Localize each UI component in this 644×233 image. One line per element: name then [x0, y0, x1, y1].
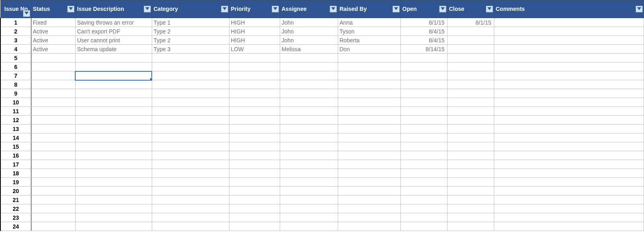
- cell-open[interactable]: [400, 213, 447, 222]
- cell-close[interactable]: [447, 196, 494, 204]
- cell-close[interactable]: [447, 71, 494, 80]
- cell-comments[interactable]: [494, 133, 644, 142]
- cell-issue_no[interactable]: 20: [0, 187, 31, 196]
- cell-comments[interactable]: [494, 80, 644, 89]
- cell-open[interactable]: [400, 54, 447, 62]
- cell-comments[interactable]: [494, 89, 644, 98]
- cell-category[interactable]: [152, 80, 229, 89]
- cell-raised[interactable]: [338, 142, 400, 151]
- cell-status[interactable]: Active: [31, 45, 75, 54]
- cell-category[interactable]: [152, 107, 229, 116]
- cell-assignee[interactable]: [280, 98, 338, 107]
- cell-open[interactable]: [400, 62, 447, 71]
- cell-close[interactable]: [447, 80, 494, 89]
- cell-close[interactable]: [447, 151, 494, 160]
- cell-open[interactable]: 8/14/15: [400, 45, 447, 54]
- cell-status[interactable]: Active: [31, 36, 75, 45]
- cell-assignee[interactable]: [280, 204, 338, 213]
- cell-raised[interactable]: [338, 222, 400, 231]
- cell-comments[interactable]: [494, 196, 644, 204]
- cell-category[interactable]: [152, 89, 229, 98]
- cell-status[interactable]: [31, 89, 75, 98]
- cell-priority[interactable]: [229, 54, 280, 62]
- cell-issue_no[interactable]: 1: [0, 18, 31, 27]
- cell-priority[interactable]: [229, 160, 280, 169]
- cell-comments[interactable]: [494, 45, 644, 54]
- cell-assignee[interactable]: [280, 222, 338, 231]
- cell-priority[interactable]: [229, 116, 280, 125]
- cell-priority[interactable]: [229, 133, 280, 142]
- cell-desc[interactable]: [75, 54, 152, 62]
- cell-category[interactable]: Type 1: [152, 18, 229, 27]
- cell-close[interactable]: [447, 133, 494, 142]
- cell-category[interactable]: Type 3: [152, 45, 229, 54]
- cell-assignee[interactable]: John: [280, 18, 338, 27]
- cell-desc[interactable]: Schema update: [75, 45, 152, 54]
- cell-open[interactable]: [400, 160, 447, 169]
- filter-dropdown-icon[interactable]: [144, 6, 151, 12]
- cell-desc[interactable]: [75, 222, 152, 231]
- cell-comments[interactable]: [494, 71, 644, 80]
- cell-raised[interactable]: [338, 54, 400, 62]
- cell-status[interactable]: [31, 80, 75, 89]
- cell-comments[interactable]: [494, 142, 644, 151]
- cell-open[interactable]: [400, 80, 447, 89]
- cell-issue_no[interactable]: 16: [0, 151, 31, 160]
- cell-raised[interactable]: [338, 213, 400, 222]
- cell-close[interactable]: [447, 160, 494, 169]
- cell-status[interactable]: [31, 133, 75, 142]
- cell-close[interactable]: [447, 213, 494, 222]
- cell-raised[interactable]: [338, 187, 400, 196]
- cell-status[interactable]: [31, 54, 75, 62]
- cell-issue_no[interactable]: 18: [0, 169, 31, 178]
- cell-close[interactable]: [447, 125, 494, 133]
- cell-desc[interactable]: [75, 71, 152, 80]
- cell-comments[interactable]: [494, 116, 644, 125]
- cell-status[interactable]: [31, 116, 75, 125]
- cell-comments[interactable]: [494, 213, 644, 222]
- cell-status[interactable]: [31, 62, 75, 71]
- cell-close[interactable]: [447, 142, 494, 151]
- cell-comments[interactable]: [494, 107, 644, 116]
- cell-issue_no[interactable]: 17: [0, 160, 31, 169]
- filter-dropdown-icon[interactable]: [439, 6, 446, 12]
- cell-comments[interactable]: [494, 222, 644, 231]
- cell-raised[interactable]: [338, 133, 400, 142]
- cell-desc[interactable]: [75, 125, 152, 133]
- filter-dropdown-icon[interactable]: [23, 10, 30, 17]
- cell-assignee[interactable]: [280, 116, 338, 125]
- cell-close[interactable]: [447, 98, 494, 107]
- cell-open[interactable]: [400, 125, 447, 133]
- cell-assignee[interactable]: [280, 196, 338, 204]
- cell-comments[interactable]: [494, 18, 644, 27]
- cell-issue_no[interactable]: 14: [0, 133, 31, 142]
- cell-open[interactable]: [400, 89, 447, 98]
- cell-issue_no[interactable]: 7: [0, 71, 31, 80]
- cell-raised[interactable]: [338, 62, 400, 71]
- cell-close[interactable]: [447, 62, 494, 71]
- cell-status[interactable]: [31, 213, 75, 222]
- cell-raised[interactable]: Tyson: [338, 27, 400, 36]
- cell-comments[interactable]: [494, 62, 644, 71]
- cell-priority[interactable]: [229, 125, 280, 133]
- cell-raised[interactable]: [338, 80, 400, 89]
- filter-dropdown-icon[interactable]: [330, 6, 337, 12]
- cell-assignee[interactable]: [280, 80, 338, 89]
- cell-open[interactable]: [400, 133, 447, 142]
- cell-assignee[interactable]: [280, 54, 338, 62]
- filter-dropdown-icon[interactable]: [392, 6, 400, 12]
- cell-desc[interactable]: [75, 187, 152, 196]
- cell-category[interactable]: Type 2: [152, 36, 229, 45]
- cell-desc[interactable]: [75, 89, 152, 98]
- cell-assignee[interactable]: [280, 187, 338, 196]
- cell-assignee[interactable]: [280, 213, 338, 222]
- cell-assignee[interactable]: [280, 142, 338, 151]
- cell-raised[interactable]: [338, 160, 400, 169]
- cell-assignee[interactable]: [280, 160, 338, 169]
- cell-status[interactable]: [31, 151, 75, 160]
- cell-open[interactable]: [400, 98, 447, 107]
- cell-priority[interactable]: HIGH: [229, 27, 280, 36]
- cell-category[interactable]: [152, 142, 229, 151]
- cell-close[interactable]: [447, 116, 494, 125]
- filter-dropdown-icon[interactable]: [636, 6, 643, 12]
